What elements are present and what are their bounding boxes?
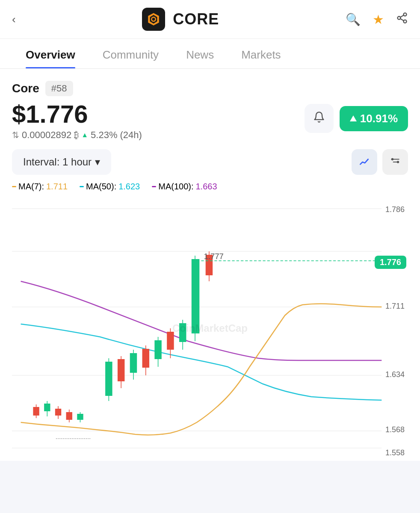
price-section: $1.776 ⇅ 0.00002892 ₿ ▲ 5.23% (24h) bbox=[12, 100, 408, 141]
header-left: ‹ bbox=[12, 13, 16, 26]
price-main: $1.776 bbox=[12, 100, 142, 128]
svg-rect-22 bbox=[44, 404, 50, 411]
price-btc-row: ⇅ 0.00002892 ₿ ▲ 5.23% (24h) bbox=[12, 130, 142, 141]
percent-value: 10.91% bbox=[360, 112, 398, 125]
svg-rect-24 bbox=[55, 409, 61, 416]
tab-news[interactable]: News bbox=[172, 39, 228, 68]
rank-badge: #58 bbox=[45, 81, 73, 96]
ma100-label: MA(100): bbox=[158, 182, 193, 192]
tab-community[interactable]: Community bbox=[89, 39, 172, 68]
header-right: 🔍 ★ bbox=[346, 12, 408, 27]
svg-line-7 bbox=[400, 18, 404, 21]
svg-rect-41 bbox=[167, 332, 174, 350]
percent-change-badge: 10.91% bbox=[340, 106, 408, 131]
svg-point-3 bbox=[152, 18, 155, 21]
ma-legend: MA(7): 1.711 MA(50): 1.623 MA(100): 1.66… bbox=[12, 182, 408, 192]
price-label-1558: 1.558 bbox=[385, 448, 405, 457]
filter-icon bbox=[390, 156, 401, 168]
coin-info-row: Core #58 bbox=[12, 81, 408, 96]
header: ‹ CORE 🔍 ★ bbox=[0, 0, 420, 39]
chart-controls: Interval: 1 hour ▾ bbox=[12, 149, 408, 175]
search-icon[interactable]: 🔍 bbox=[346, 12, 361, 27]
chart-type-buttons bbox=[352, 149, 408, 175]
svg-text:1.777: 1.777 bbox=[204, 252, 224, 261]
price-label-1634: 1.634 bbox=[385, 370, 405, 379]
svg-rect-33 bbox=[118, 359, 124, 381]
favorite-icon[interactable]: ★ bbox=[373, 12, 384, 27]
svg-rect-35 bbox=[130, 353, 137, 373]
svg-rect-37 bbox=[142, 349, 149, 368]
up-arrow-icon bbox=[350, 115, 357, 121]
svg-rect-31 bbox=[105, 362, 112, 396]
svg-rect-26 bbox=[66, 412, 72, 420]
bell-icon bbox=[313, 111, 325, 126]
dropdown-arrow-icon: ▾ bbox=[95, 156, 100, 168]
tab-markets[interactable]: Markets bbox=[228, 39, 294, 68]
app-title: CORE bbox=[173, 10, 219, 28]
ma50-value: 1.623 bbox=[118, 182, 140, 192]
price-label-1568: 1.568 bbox=[385, 425, 405, 434]
ma50-item: MA(50): 1.623 bbox=[80, 182, 140, 192]
candlestick-chart-svg: 1.777 bbox=[12, 196, 408, 461]
tab-overview[interactable]: Overview bbox=[12, 39, 89, 68]
ma7-item: MA(7): 1.711 bbox=[12, 182, 68, 192]
price-right: 10.91% bbox=[305, 100, 408, 133]
svg-point-11 bbox=[392, 159, 393, 160]
price-label-1786: 1.786 bbox=[385, 205, 405, 214]
interval-label: Interval: 1 hour bbox=[23, 156, 92, 168]
svg-rect-39 bbox=[154, 340, 161, 359]
btc-symbol: ₿ bbox=[74, 130, 79, 141]
price-label-current: 1.776 bbox=[375, 256, 406, 269]
ma50-color-dot bbox=[80, 186, 84, 187]
price-left: $1.776 ⇅ 0.00002892 ₿ ▲ 5.23% (24h) bbox=[12, 100, 142, 141]
alert-button[interactable] bbox=[305, 104, 334, 133]
svg-point-12 bbox=[397, 161, 399, 162]
ma7-value: 1.711 bbox=[46, 182, 68, 192]
interval-button[interactable]: Interval: 1 hour ▾ bbox=[12, 149, 111, 175]
svg-rect-43 bbox=[179, 323, 186, 342]
change-24h: 5.23% bbox=[91, 130, 117, 141]
share-icon[interactable] bbox=[396, 12, 408, 27]
ma100-item: MA(100): 1.663 bbox=[152, 182, 217, 192]
ma50-label: MA(50): bbox=[86, 182, 116, 192]
price-chart: 1.777 1.786 1.776 1.711 1.634 1.568 1.55… bbox=[12, 196, 408, 461]
exchange-arrows-icon: ⇅ bbox=[12, 130, 19, 140]
up-triangle-icon: ▲ bbox=[81, 131, 88, 139]
back-button[interactable]: ‹ bbox=[12, 13, 16, 26]
change-period-label: (24h) bbox=[120, 130, 142, 141]
ma7-label: MA(7): bbox=[18, 182, 44, 192]
svg-rect-20 bbox=[33, 407, 39, 416]
coin-name: Core bbox=[12, 82, 39, 95]
ma7-color-dot bbox=[12, 186, 16, 187]
header-center: CORE bbox=[142, 8, 219, 31]
core-logo-icon bbox=[146, 12, 161, 27]
line-chart-icon bbox=[359, 156, 370, 168]
line-chart-button[interactable] bbox=[352, 149, 377, 175]
btc-price: 0.00002892 bbox=[22, 130, 71, 141]
filter-button[interactable] bbox=[382, 149, 408, 175]
price-label-1711: 1.711 bbox=[385, 302, 405, 311]
ma100-value: 1.663 bbox=[196, 182, 217, 192]
coin-logo bbox=[142, 8, 165, 31]
ma100-color-dot bbox=[152, 186, 156, 187]
svg-rect-28 bbox=[77, 414, 83, 420]
svg-line-8 bbox=[400, 15, 404, 17]
tabs-bar: Overview Community News Markets bbox=[0, 39, 420, 69]
svg-rect-45 bbox=[192, 259, 200, 333]
content-area: Core #58 $1.776 ⇅ 0.00002892 ₿ ▲ 5.23% (… bbox=[0, 69, 420, 461]
